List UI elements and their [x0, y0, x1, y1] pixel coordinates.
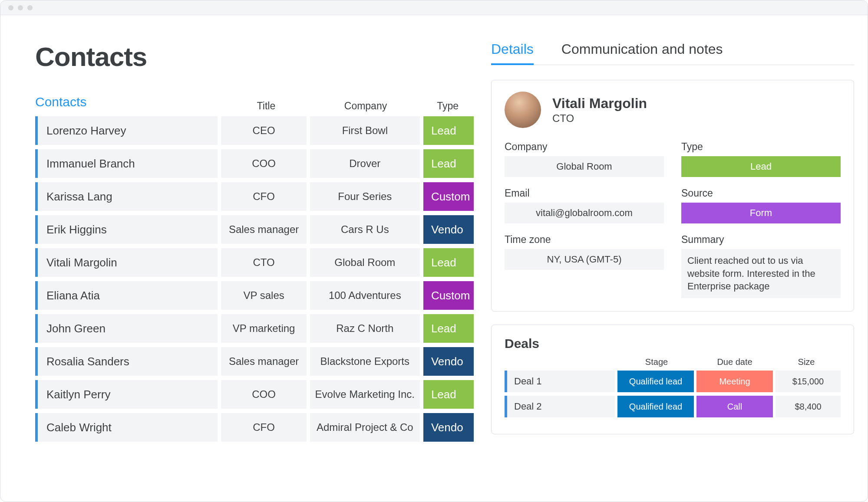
- contact-name: Vitali Margolin: [552, 95, 647, 112]
- label-timezone: Time zone: [505, 234, 664, 246]
- deals-col-due: Due date: [696, 357, 774, 367]
- contact-company-cell: 100 Adventures: [310, 281, 420, 310]
- contact-details-card: Vitali Margolin CTO Company Global Room …: [491, 80, 854, 312]
- value-company[interactable]: Global Room: [505, 156, 664, 177]
- contact-company-cell: Evolve Marketing Inc.: [310, 380, 420, 409]
- table-row[interactable]: Lorenzo HarveyCEOFirst BowlLead: [35, 116, 474, 145]
- deals-body: Deal 1Qualified leadMeeting$15,000Deal 2…: [505, 371, 841, 417]
- value-summary[interactable]: Client reached out to us via website for…: [681, 249, 841, 298]
- contact-company-cell: Blackstone Exports: [310, 347, 420, 376]
- contacts-table-body: Lorenzo HarveyCEOFirst BowlLeadImmanuel …: [35, 116, 474, 442]
- table-row[interactable]: Caleb WrightCFOAdmiral Project & CoVendo: [35, 413, 474, 442]
- window-dot-icon: [18, 5, 23, 10]
- value-timezone[interactable]: NY, USA (GMT-5): [505, 249, 664, 270]
- label-type: Type: [681, 141, 841, 153]
- table-row[interactable]: John GreenVP marketingRaz C NorthLead: [35, 314, 474, 343]
- value-type[interactable]: Lead: [681, 156, 841, 177]
- contacts-tab[interactable]: Contacts: [35, 95, 86, 109]
- contact-title-cell: Sales manager: [221, 347, 306, 376]
- contact-type-cell: Lead: [423, 380, 474, 409]
- deal-row[interactable]: Deal 1Qualified leadMeeting$15,000: [505, 371, 841, 392]
- contact-name-cell[interactable]: Immanuel Branch: [35, 149, 218, 178]
- contact-title-cell: CTO: [221, 248, 306, 277]
- column-header-type: Type: [422, 100, 474, 112]
- contact-name-cell[interactable]: Lorenzo Harvey: [35, 116, 218, 145]
- page-title: Contacts: [35, 41, 474, 72]
- contact-company-cell: Four Series: [310, 182, 420, 211]
- deals-col-size: Size: [774, 357, 839, 367]
- contact-type-cell: Lead: [423, 149, 474, 178]
- contact-type-cell: Vendo: [423, 347, 474, 376]
- contact-title-cell: COO: [221, 380, 306, 409]
- contact-type-cell: Custom: [423, 182, 474, 211]
- browser-titlebar: [0, 0, 868, 15]
- table-row[interactable]: Eliana AtiaVP sales100 AdventuresCustom: [35, 281, 474, 310]
- contact-company-cell: Drover: [310, 149, 420, 178]
- deal-size-cell: $15,000: [776, 371, 841, 392]
- label-email: Email: [505, 187, 664, 199]
- table-row[interactable]: Rosalia SandersSales managerBlackstone E…: [35, 347, 474, 376]
- avatar: [505, 92, 541, 128]
- contact-name-cell[interactable]: Rosalia Sanders: [35, 347, 218, 376]
- deal-name-cell[interactable]: Deal 1: [505, 371, 615, 392]
- label-summary: Summary: [681, 234, 841, 246]
- table-row[interactable]: Erik HigginsSales managerCars R UsVendo: [35, 215, 474, 244]
- value-email[interactable]: vitali@globalroom.com: [505, 203, 664, 223]
- contact-type-cell: Custom: [423, 281, 474, 310]
- contact-type-cell: Vendo: [423, 215, 474, 244]
- table-row[interactable]: Karissa LangCFOFour SeriesCustom: [35, 182, 474, 211]
- contact-title-cell: CFO: [221, 182, 306, 211]
- contact-company-cell: First Bowl: [310, 116, 420, 145]
- table-row[interactable]: Immanuel BranchCOODroverLead: [35, 149, 474, 178]
- contact-title-cell: VP marketing: [221, 314, 306, 343]
- contact-company-cell: Global Room: [310, 248, 420, 277]
- contact-company-cell: Admiral Project & Co: [310, 413, 420, 442]
- deal-stage-cell: Qualified lead: [617, 371, 694, 392]
- deal-row[interactable]: Deal 2Qualified leadCall$8,400: [505, 396, 841, 417]
- tab-details[interactable]: Details: [491, 41, 534, 65]
- contact-name-cell[interactable]: Erik Higgins: [35, 215, 218, 244]
- contact-type-cell: Lead: [423, 248, 474, 277]
- details-tabs: Details Communication and notes: [491, 41, 854, 65]
- window-dot-icon: [27, 5, 33, 10]
- contact-title-cell: CFO: [221, 413, 306, 442]
- contact-type-cell: Lead: [423, 116, 474, 145]
- value-source[interactable]: Form: [681, 203, 841, 223]
- browser-frame: Contacts Contacts Title Company Type Lor…: [0, 0, 868, 502]
- contact-name-cell[interactable]: Vitali Margolin: [35, 248, 218, 277]
- contact-name-cell[interactable]: Eliana Atia: [35, 281, 218, 310]
- window-dot-icon: [8, 5, 13, 10]
- deal-size-cell: $8,400: [776, 396, 841, 417]
- contact-title-cell: Sales manager: [221, 215, 306, 244]
- deals-col-stage: Stage: [617, 357, 696, 367]
- contact-title-cell: COO: [221, 149, 306, 178]
- deals-title: Deals: [505, 336, 841, 351]
- column-header-company: Company: [310, 100, 422, 112]
- contact-type-cell: Vendo: [423, 413, 474, 442]
- deal-due-cell: Meeting: [696, 371, 773, 392]
- contact-title-cell: VP sales: [221, 281, 306, 310]
- contact-name-cell[interactable]: Kaitlyn Perry: [35, 380, 218, 409]
- contacts-pane: Contacts Contacts Title Company Type Lor…: [0, 15, 474, 502]
- contacts-table-header: Contacts Title Company Type: [35, 95, 474, 112]
- contact-title-cell: CEO: [221, 116, 306, 145]
- deal-name-cell[interactable]: Deal 2: [505, 396, 615, 417]
- deal-due-cell: Call: [696, 396, 773, 417]
- contact-name-cell[interactable]: Caleb Wright: [35, 413, 218, 442]
- label-company: Company: [505, 141, 664, 153]
- deals-header: Stage Due date Size: [505, 357, 841, 367]
- details-pane: Details Communication and notes Vitali M…: [474, 15, 868, 502]
- column-header-title: Title: [223, 100, 309, 112]
- table-row[interactable]: Vitali MargolinCTOGlobal RoomLead: [35, 248, 474, 277]
- contact-type-cell: Lead: [423, 314, 474, 343]
- contact-title: CTO: [552, 112, 647, 125]
- deals-card: Deals Stage Due date Size Deal 1Qualifie…: [491, 325, 854, 434]
- contact-name-cell[interactable]: Karissa Lang: [35, 182, 218, 211]
- deal-stage-cell: Qualified lead: [617, 396, 694, 417]
- label-source: Source: [681, 187, 841, 199]
- contact-company-cell: Cars R Us: [310, 215, 420, 244]
- table-row[interactable]: Kaitlyn PerryCOOEvolve Marketing Inc.Lea…: [35, 380, 474, 409]
- contact-name-cell[interactable]: John Green: [35, 314, 218, 343]
- contact-company-cell: Raz C North: [310, 314, 420, 343]
- tab-communication[interactable]: Communication and notes: [561, 41, 723, 65]
